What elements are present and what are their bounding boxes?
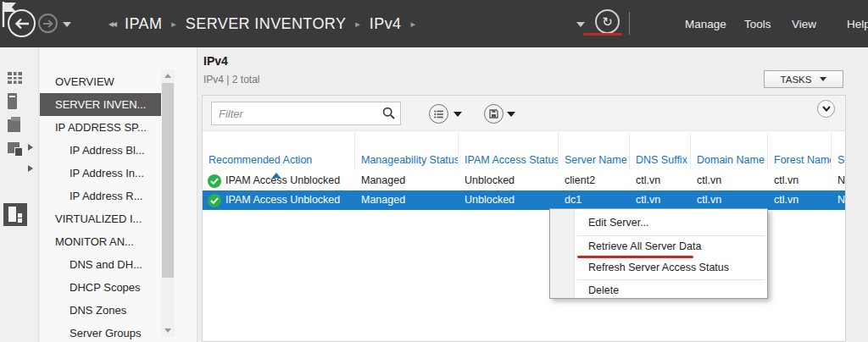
nav-icon-strip bbox=[0, 47, 39, 342]
breadcrumb-item-ipam[interactable]: IPAM bbox=[125, 15, 162, 33]
breadcrumb-item-ipv4[interactable]: IPv4 bbox=[370, 15, 402, 33]
all-servers-icon[interactable] bbox=[8, 119, 20, 132]
save-icon bbox=[489, 109, 498, 119]
breadcrumb-item-server-inventory[interactable]: SERVER INVENTORY bbox=[186, 15, 346, 33]
menu-tools[interactable]: Tools bbox=[744, 0, 771, 47]
refresh-button[interactable]: ↻ bbox=[595, 9, 620, 34]
cell-ipam-access-status: Unblocked bbox=[459, 171, 559, 190]
menu-view[interactable]: View bbox=[792, 0, 816, 47]
save-query-button[interactable] bbox=[484, 104, 504, 124]
menu-manage[interactable]: Manage bbox=[685, 0, 726, 47]
cell-truncated: N bbox=[832, 171, 845, 190]
cell-truncated: N bbox=[832, 190, 845, 210]
cell-manageability-status: Managed bbox=[355, 171, 459, 190]
sidebar-item-dns-and-dhcp[interactable]: DNS and DH... bbox=[40, 253, 161, 276]
context-item-edit-server[interactable]: Edit Server... bbox=[576, 213, 767, 233]
table-row-dc1-selected[interactable]: IPAM Access Unblocked Managed Unblocked … bbox=[203, 190, 845, 210]
query-criteria-button[interactable] bbox=[429, 104, 448, 124]
scroll-up-icon[interactable] bbox=[164, 74, 171, 78]
sidebar-item-ip-address-ranges[interactable]: IP Address R... bbox=[40, 185, 161, 207]
annotation-underline-refresh bbox=[583, 33, 622, 36]
arrow-left-icon bbox=[14, 18, 30, 30]
sidebar: OVERVIEW SERVER INVEN... IP ADDRESS SP..… bbox=[40, 47, 198, 342]
sidebar-scrollbar[interactable] bbox=[161, 69, 175, 337]
column-forest-name[interactable]: Forest Name bbox=[768, 132, 832, 170]
cell-recommended-action: IPAM Access Unblocked bbox=[203, 190, 355, 210]
arrow-right-icon bbox=[42, 19, 53, 28]
context-item-delete[interactable]: Delete bbox=[576, 281, 767, 301]
scroll-down-icon[interactable] bbox=[164, 328, 171, 333]
context-menu-separator bbox=[577, 235, 765, 236]
refresh-icon: ↻ bbox=[602, 14, 613, 30]
save-caret-icon[interactable] bbox=[507, 112, 515, 117]
context-item-refresh-server-access-status[interactable]: Refresh Server Access Status bbox=[576, 258, 767, 278]
cell-domain-name: ctl.vn bbox=[691, 190, 768, 210]
sidebar-item-dns-zones[interactable]: DNS Zones bbox=[40, 299, 161, 322]
chevron-down-icon bbox=[820, 77, 826, 81]
page-title: IPv4 bbox=[203, 54, 228, 68]
breadcrumb: ◂◂ IPAM ▸ SERVER INVENTORY ▸ IPv4 ▸ bbox=[108, 0, 415, 47]
cell-manageability-status: Managed bbox=[355, 190, 459, 210]
column-truncated[interactable]: S bbox=[832, 132, 845, 170]
context-menu: Edit Server... Retrieve All Server Data … bbox=[549, 208, 768, 299]
sidebar-item-ip-address-blocks[interactable]: IP Address Bl... bbox=[40, 139, 161, 162]
tasks-button[interactable]: TASKS bbox=[764, 70, 843, 88]
topbar-divider bbox=[629, 12, 630, 35]
topbar: ◂◂ IPAM ▸ SERVER INVENTORY ▸ IPv4 ▸ ↻ Ma… bbox=[0, 0, 868, 47]
cell-dns-suffix: ctl.vn bbox=[630, 171, 691, 190]
cell-dns-suffix: ctl.vn bbox=[630, 190, 691, 210]
menu-help[interactable]: Help bbox=[847, 0, 868, 47]
column-manageability-status[interactable]: Manageability Status bbox=[355, 132, 459, 170]
cell-recommended-action: IPAM Access Unblocked bbox=[203, 171, 355, 190]
column-server-name[interactable]: Server Name bbox=[559, 132, 630, 170]
breadcrumb-separator-icon: ▸ bbox=[410, 19, 415, 30]
grid-toolbar bbox=[203, 96, 845, 131]
table-row-client2[interactable]: IPAM Access Unblocked Managed Unblocked … bbox=[203, 171, 845, 190]
forward-button[interactable] bbox=[38, 14, 58, 33]
scrollbar-thumb[interactable] bbox=[162, 83, 174, 278]
sidebar-item-ip-address-space[interactable]: IP ADDRESS SP... bbox=[40, 116, 161, 139]
sidebar-item-monitor-and-manage[interactable]: MONITOR AN... bbox=[40, 230, 161, 253]
sidebar-item-overview[interactable]: OVERVIEW bbox=[40, 70, 161, 93]
tasks-button-label: TASKS bbox=[781, 74, 812, 85]
column-domain-name[interactable]: Domain Name bbox=[691, 132, 768, 170]
sidebar-item-server-inventory[interactable]: SERVER INVEN... bbox=[40, 93, 161, 116]
ipam-strip-item-selected[interactable] bbox=[3, 203, 27, 226]
cell-domain-name: ctl.vn bbox=[691, 171, 768, 190]
sidebar-item-ip-address-inventory[interactable]: IP Address In... bbox=[40, 162, 161, 185]
table-header: Recommended Action Manageability Status … bbox=[203, 132, 845, 170]
chevron-down-icon bbox=[822, 106, 831, 112]
refresh-options-caret-icon[interactable] bbox=[576, 22, 585, 27]
local-server-icon[interactable] bbox=[8, 93, 17, 109]
breadcrumb-history-icon[interactable]: ◂◂ bbox=[108, 18, 115, 30]
context-menu-separator bbox=[577, 279, 765, 280]
search-icon[interactable] bbox=[382, 107, 396, 124]
page-subtitle: IPv4 | 2 total bbox=[203, 74, 260, 86]
sidebar-item-virtualized[interactable]: VIRTUALIZED I... bbox=[40, 207, 161, 230]
cell-ipam-access-status: Unblocked bbox=[459, 190, 559, 210]
breadcrumb-separator-icon: ▸ bbox=[355, 19, 360, 30]
criteria-caret-icon[interactable] bbox=[453, 112, 462, 117]
expand-arrow-icon[interactable] bbox=[28, 165, 33, 172]
context-menu-gutter bbox=[550, 209, 575, 298]
collapse-panel-button[interactable] bbox=[817, 100, 835, 118]
column-dns-suffix[interactable]: DNS Suffix bbox=[630, 132, 691, 170]
back-button[interactable] bbox=[8, 9, 36, 37]
list-icon bbox=[434, 110, 443, 119]
dashboard-icon[interactable] bbox=[8, 72, 22, 84]
column-ipam-access-status[interactable]: IPAM Access Status bbox=[459, 132, 559, 170]
file-storage-services-icon[interactable] bbox=[8, 142, 19, 153]
column-recommended-action[interactable]: Recommended Action bbox=[203, 132, 355, 170]
cell-server-name: dc1 bbox=[559, 190, 630, 210]
nav-history-caret-icon[interactable] bbox=[63, 22, 71, 27]
annotation-underline-retrieve bbox=[577, 256, 693, 258]
filter-input[interactable] bbox=[211, 102, 401, 125]
sidebar-item-dhcp-scopes[interactable]: DHCP Scopes bbox=[40, 276, 161, 299]
expand-arrow-icon[interactable] bbox=[28, 144, 33, 151]
cell-forest-name: ctl.vn bbox=[768, 171, 832, 190]
sidebar-item-server-groups[interactable]: Server Groups bbox=[40, 322, 161, 342]
cell-server-name: client2 bbox=[559, 171, 630, 190]
context-item-retrieve-all-server-data[interactable]: Retrieve All Server Data bbox=[576, 237, 767, 256]
cell-forest-name: ctl.vn bbox=[768, 190, 832, 210]
ipam-icon bbox=[8, 207, 16, 222]
